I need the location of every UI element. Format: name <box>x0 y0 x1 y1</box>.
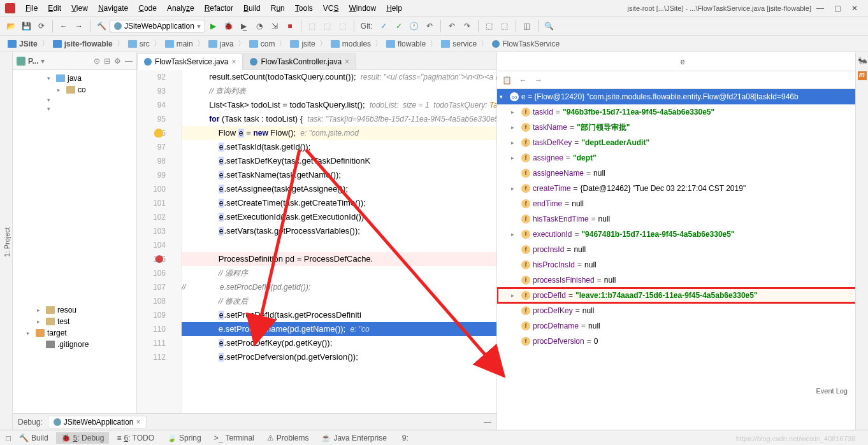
code-line[interactable]: e.setCreateTime(task.getCreateTime()); <box>182 196 496 210</box>
attach-icon[interactable]: ⇲ <box>268 19 282 33</box>
maven-icon[interactable]: m <box>858 71 867 80</box>
menu-navigate[interactable]: Navigate <box>93 3 133 14</box>
code-line[interactable]: e.setVars(task.getProcessVariables()); <box>182 224 496 238</box>
var-row[interactable]: fprocDefversion = 0 <box>497 334 868 349</box>
menu-edit[interactable]: Edit <box>43 3 66 14</box>
tb-extra-icon[interactable]: ⬚ <box>482 19 496 33</box>
tb-extra2-icon[interactable]: ⬚ <box>498 19 512 33</box>
var-row[interactable]: fprocDefKey = null <box>497 303 868 318</box>
var-row[interactable]: fprocInsId = null <box>497 242 868 257</box>
bc-com[interactable]: com <box>247 39 278 48</box>
menu-code[interactable]: Code <box>133 3 162 14</box>
code-line[interactable]: ProcessDefinition pd = ProcessDefCache. <box>182 252 496 266</box>
menu-refactor[interactable]: Refactor <box>199 3 238 14</box>
back-icon[interactable]: ← <box>519 76 527 85</box>
bc-flowable[interactable]: flowable <box>384 39 428 48</box>
minimize-icon[interactable]: — <box>816 4 824 13</box>
bc-jsite[interactable]: jsite <box>287 39 317 48</box>
code-line[interactable]: Flow e = new Flow(); e: "com.jsite.mod <box>182 126 496 140</box>
tree-item[interactable]: ▸co <box>13 84 136 95</box>
menu-tools[interactable]: Tools <box>290 3 318 14</box>
project-tree[interactable]: ▾java▸co▾▾▸resou▸test▸target.gitignore <box>13 70 136 430</box>
structure-icon[interactable]: ◫ <box>520 19 534 33</box>
var-row[interactable]: fhisProcInsId = null <box>497 257 868 272</box>
sync-icon[interactable]: ⟳ <box>34 19 48 33</box>
var-row[interactable]: fhisTaskEndTime = null <box>497 211 868 227</box>
menu-window[interactable]: Window <box>344 3 381 14</box>
tree-item[interactable]: ▸test <box>13 316 136 327</box>
debug-config-tab[interactable]: JSiteWebApplication × <box>48 416 147 428</box>
code-line[interactable]: List<Task> todoList = todoTaskQuery.list… <box>182 98 496 112</box>
close-icon[interactable]: × <box>136 418 141 427</box>
tree-item[interactable]: ▾ <box>13 104 136 113</box>
back-icon[interactable]: ← <box>57 19 71 33</box>
var-row[interactable]: ▸fcreateTime = {Date@12462} "Tue Dec 03 … <box>497 181 868 196</box>
var-row[interactable]: ▸ftaskId = "946b3fbe-15d7-11ea-9f45-4a5a… <box>497 104 868 120</box>
bottom-tab[interactable]: ☕Java Enterprise <box>316 432 391 444</box>
redo-icon[interactable]: ↷ <box>460 19 474 33</box>
menu-analyze[interactable]: Analyze <box>162 3 199 14</box>
event-log-link[interactable]: Event Log <box>809 385 854 397</box>
menu-build[interactable]: Build <box>238 3 266 14</box>
git-history-icon[interactable]: 🕐 <box>407 19 421 33</box>
git-commit-icon[interactable]: ✓ <box>392 19 406 33</box>
forward-icon[interactable]: → <box>72 19 86 33</box>
menu-view[interactable]: View <box>66 3 93 14</box>
bottom-tab[interactable]: 🍃Spring <box>162 432 206 444</box>
code-line[interactable]: e.setAssignee(task.getAssignee()); <box>182 182 496 196</box>
menu-help[interactable]: Help <box>381 3 407 14</box>
bottom-tab[interactable]: 9: <box>394 432 414 444</box>
code-editor[interactable]: 9293949596979899100101102103104105106107… <box>137 70 496 416</box>
minimize-icon[interactable]: — <box>484 418 491 427</box>
tree-item[interactable]: ▸target <box>13 327 136 339</box>
bc-src[interactable]: src <box>126 39 152 48</box>
build-icon[interactable]: 🔨 <box>94 19 108 33</box>
search-icon[interactable]: 🔍 <box>542 19 556 33</box>
ant-icon[interactable]: 🐜 <box>858 56 867 65</box>
collapse-icon[interactable]: ⊟ <box>104 57 110 66</box>
new-watch-icon[interactable]: 📋 <box>502 76 512 85</box>
locate-icon[interactable]: ⊙ <box>94 57 100 66</box>
var-row[interactable]: ▸fassignee = "dept" <box>497 150 868 166</box>
var-row[interactable]: ▸ftaskName = "部门领导审批" <box>497 120 868 135</box>
coverage-icon[interactable]: ▶̲ <box>237 19 251 33</box>
menu-file[interactable]: File <box>20 3 43 14</box>
code-line[interactable]: for (Task task : todoList) { task: "Task… <box>182 112 496 126</box>
close-icon[interactable]: × <box>345 57 349 66</box>
git-revert-icon[interactable]: ↶ <box>423 19 437 33</box>
profile-icon[interactable]: ◔ <box>252 19 266 33</box>
bc-modules[interactable]: modules <box>328 39 373 48</box>
gear-icon[interactable]: ⚙ <box>114 57 121 66</box>
open-icon[interactable]: 📂 <box>4 19 18 33</box>
toolwindow-project[interactable]: 1: Project <box>2 223 12 260</box>
bc-main[interactable]: main <box>163 39 196 48</box>
code-line[interactable]: e.setProcDefversion(pd.getVersion()); <box>182 350 496 364</box>
bottom-tab[interactable]: 🐞5: Debug <box>56 432 110 444</box>
toolwindow-toggle-icon[interactable]: ◻ <box>5 434 11 442</box>
line-gutter[interactable]: 9293949596979899100101102103104105106107… <box>137 70 182 416</box>
code-line[interactable]: e.setProcDefId(task.getProcessDefiniti <box>182 308 496 322</box>
close-icon[interactable]: ✕ <box>851 4 858 13</box>
code-line[interactable]: // 查询列表 <box>182 84 496 98</box>
code-line[interactable]: e.setTaskId(task.getId()); <box>182 140 496 154</box>
bottom-tab[interactable]: 🔨Build <box>14 432 54 444</box>
var-row[interactable]: fprocDefname = null <box>497 318 868 334</box>
chevron-down-icon[interactable]: ▾ <box>41 57 45 66</box>
save-all-icon[interactable]: 💾 <box>19 19 33 33</box>
code-line[interactable] <box>182 238 496 252</box>
run-icon[interactable]: ▶ <box>206 19 221 33</box>
editor-tab[interactable]: FlowTaskService.java× <box>137 53 243 70</box>
menu-vcs[interactable]: VCS <box>318 3 344 14</box>
editor-tab[interactable]: FlowTaskController.java× <box>243 53 356 69</box>
code-line[interactable]: // e.setProcDefId(pd.getId()); <box>182 280 496 294</box>
forward-icon[interactable]: → <box>535 76 542 85</box>
code-line[interactable]: // 修改后 <box>182 294 496 308</box>
code-line[interactable]: result.setCount(todoTaskQuery.count()); … <box>182 70 496 84</box>
code-line[interactable]: e.setProcDefname(pd.getName()); e: "co <box>182 322 496 336</box>
var-row[interactable]: ▸ftaskDefKey = "deptLeaderAudit" <box>497 135 868 150</box>
close-icon[interactable]: × <box>231 57 236 66</box>
tree-item[interactable]: ▾java <box>13 73 136 84</box>
code-line[interactable]: e.setTaskName(task.getName()); <box>182 168 496 182</box>
var-row[interactable]: fprocessIsFinished = null <box>497 272 868 288</box>
var-row[interactable]: fassigneeName = null <box>497 166 868 181</box>
